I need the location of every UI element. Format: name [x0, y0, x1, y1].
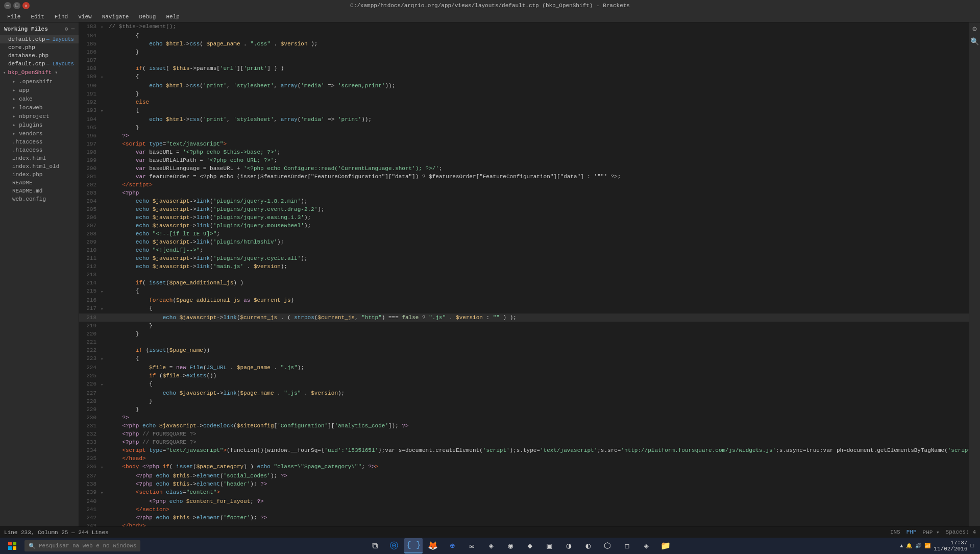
taskbar-firefox[interactable]: 🦊 [424, 538, 442, 553]
right-panel-icon-2[interactable]: 🔍 [970, 37, 979, 46]
cursor-position: Line 233, Column 25 — 244 Lines [4, 529, 109, 536]
file-index-php[interactable]: index.php [0, 171, 79, 179]
taskbar-app9[interactable]: ◈ [637, 538, 655, 553]
line-222: 222 if (isset($page_name)) [79, 346, 969, 354]
taskbar-mail[interactable]: ✉ [462, 538, 481, 553]
search-placeholder: Pesquisar na Web e no Windows [39, 543, 136, 549]
clock-time: 17:37 [934, 540, 967, 546]
line-199: 199 var baseURLAllPath = '<?php echo URL… [79, 156, 969, 164]
taskbar-task-view[interactable]: ⧉ [365, 538, 384, 553]
menu-edit[interactable]: Edit [26, 13, 49, 21]
folder-openshift[interactable]: ▸ .openshift [0, 77, 79, 86]
line-200: 200 var baseURLLanguage = baseURL + '<?p… [79, 164, 969, 173]
folder-plugins[interactable]: ▸ plugins [0, 121, 79, 129]
minimize-button[interactable]: ─ [4, 2, 11, 9]
taskbar-app5[interactable]: ◑ [559, 538, 578, 553]
taskbar-chrome[interactable]: ⊕ [443, 538, 461, 553]
line-202: 202 </script> [79, 181, 969, 189]
taskbar-app6[interactable]: ◐ [579, 538, 597, 553]
line-183: 183▾// $this->element(); [79, 22, 969, 32]
sidebar-settings-icon[interactable]: ⚙ [65, 26, 68, 32]
taskbar-app2[interactable]: ◉ [501, 538, 520, 553]
line-231: 231 <?php echo $javascript->codeBlock($s… [79, 422, 969, 430]
file-readme[interactable]: README [0, 179, 79, 187]
status-lang-label: PHP ▾ [923, 529, 940, 536]
sidebar-collapse-icon[interactable]: — [71, 26, 75, 32]
file-readme-md[interactable]: README.md [0, 187, 79, 195]
taskbar-app1[interactable]: ◈ [482, 538, 500, 553]
line-217: 217▾ { [79, 304, 969, 314]
line-193: 193▾ { [79, 106, 969, 115]
taskbar-ie[interactable]: ⓔ [385, 538, 403, 553]
line-228: 228 } [79, 397, 969, 405]
folder-nbproject[interactable]: ▸ nbproject [0, 112, 79, 121]
folder-locaweb[interactable]: ▸ locaweb [0, 103, 79, 112]
svg-rect-2 [8, 546, 12, 550]
taskbar-app3[interactable]: ◆ [521, 538, 539, 553]
file-htaccess-1[interactable]: .htaccess [0, 138, 79, 146]
folder-vendors[interactable]: ▸ vendors [0, 129, 79, 138]
line-219: 219 } [79, 322, 969, 330]
line-226: 226▾ { [79, 380, 969, 389]
system-tray: ▲ 🔔 🔊 📶 17:37 11/02/2016 □ [900, 540, 978, 552]
line-198: 198 var baseURL = '<?php echo $this->bas… [79, 148, 969, 156]
working-file-core-php[interactable]: core.php [0, 43, 79, 52]
working-file-default-ctp-2[interactable]: default.ctp— Layouts [0, 60, 79, 68]
project-arrow-down: ▾ [55, 69, 58, 76]
line-238: 238 <?php echo $this->element('header');… [79, 480, 969, 488]
line-190: 190 echo $html->css('print', 'stylesheet… [79, 82, 969, 90]
file-web-config[interactable]: web.config [0, 195, 79, 203]
line-225: 225 if ($file->exists()) [79, 372, 969, 380]
status-lang[interactable]: PHP [906, 529, 917, 536]
menu-debug[interactable]: Debug [134, 13, 161, 21]
start-button[interactable] [2, 538, 22, 554]
working-file-default-ctp[interactable]: default.ctp— layouts [0, 35, 79, 43]
taskbar-app8[interactable]: ◻ [618, 538, 636, 553]
line-233: 233 <?php // FOURSQUARE ?> [79, 438, 969, 446]
line-237: 237 <?php echo $this->element('social_co… [79, 472, 969, 480]
line-196: 196 ?> [79, 132, 969, 140]
taskbar-app4[interactable]: ▣ [540, 538, 558, 553]
line-241: 241 </section> [79, 505, 969, 514]
line-205: 205 echo $javascript->link('plugins/jque… [79, 205, 969, 213]
maximize-button[interactable]: □ [13, 2, 20, 9]
folder-cake[interactable]: ▸ cake [0, 94, 79, 103]
line-203: 203 <?php [79, 189, 969, 197]
line-221: 221 [79, 338, 969, 346]
line-204: 204 echo $javascript->link('plugins/jque… [79, 197, 969, 205]
line-208: 208 echo "<!--[if lt IE 9]>"; [79, 230, 969, 238]
line-240: 240 <?php echo $content_for_layout; ?> [79, 497, 969, 505]
clock: 17:37 11/02/2016 [934, 540, 967, 552]
menu-navigate[interactable]: Navigate [97, 13, 134, 21]
file-htaccess-2[interactable]: .htaccess [0, 146, 79, 154]
line-223: 223▾ { [79, 354, 969, 364]
taskbar-brackets[interactable]: { } [404, 538, 423, 553]
line-229: 229 } [79, 405, 969, 414]
statusbar: Line 233, Column 25 — 244 Lines INS PHP … [0, 526, 980, 538]
project-root[interactable]: ▾ bkp_OpenShift ▾ [0, 68, 79, 77]
folder-app[interactable]: ▸ app [0, 86, 79, 94]
status-spaces[interactable]: Spaces: 4 [946, 529, 976, 536]
line-197: 197 <script type="text/javascript"> [79, 140, 969, 148]
line-242: 242 <?php echo $this->element('footer');… [79, 514, 969, 522]
right-panel: ⚙ 🔍 [969, 22, 980, 526]
svg-rect-3 [13, 546, 16, 550]
menu-view[interactable]: View [73, 13, 96, 21]
working-file-database-php[interactable]: database.php [0, 52, 79, 60]
menu-file[interactable]: File [2, 13, 26, 21]
menu-help[interactable]: Help [161, 13, 184, 21]
code-area[interactable]: 183▾// $this->element(); 184 { 185 echo … [79, 22, 969, 526]
line-192: 192 else [79, 98, 969, 106]
taskbar-app7[interactable]: ⬡ [598, 538, 617, 553]
tray-notification[interactable]: □ [970, 543, 974, 549]
file-index-html-old[interactable]: index.html_old [0, 162, 79, 171]
taskbar-search-bar[interactable]: 🔍 Pesquisar na Web e no Windows [24, 540, 140, 551]
line-234: 234 <script type="text/javascript">(func… [79, 446, 969, 454]
line-191: 191 } [79, 90, 969, 98]
menu-find[interactable]: Find [50, 13, 73, 21]
file-index-html[interactable]: index.html [0, 154, 79, 162]
right-panel-icon-1[interactable]: ⚙ [972, 25, 976, 33]
close-button[interactable]: ✕ [22, 2, 30, 9]
line-194: 194 echo $html->css('print', 'stylesheet… [79, 115, 969, 124]
taskbar-file-explorer[interactable]: 📁 [656, 538, 675, 553]
